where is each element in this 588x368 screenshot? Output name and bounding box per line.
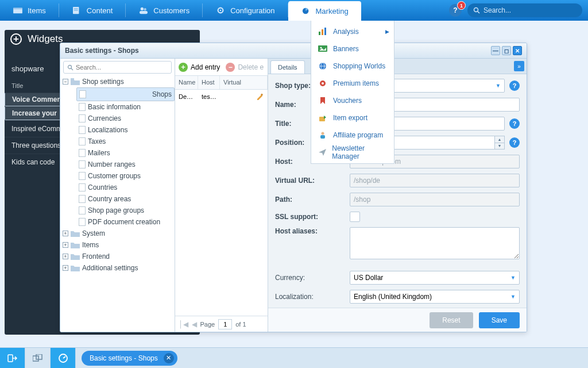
tree-search[interactable] bbox=[63, 61, 172, 74]
notification-badge: 1 bbox=[457, 1, 466, 10]
svg-point-24 bbox=[322, 132, 324, 135]
tree-localizations[interactable]: Localizations bbox=[76, 124, 175, 136]
tree-customer-groups[interactable]: Customer groups bbox=[76, 170, 175, 182]
search-icon bbox=[67, 64, 74, 71]
page-input[interactable] bbox=[218, 319, 232, 329]
menu-banners[interactable]: Banners bbox=[311, 40, 394, 57]
svg-point-17 bbox=[320, 47, 322, 49]
search-icon bbox=[473, 7, 480, 14]
nav-items[interactable]: Items bbox=[0, 0, 59, 21]
svg-rect-13 bbox=[319, 32, 320, 35]
person-icon bbox=[318, 131, 327, 139]
tree-items[interactable]: +Items bbox=[60, 239, 175, 251]
delete-entry-button[interactable]: −Delete e bbox=[226, 63, 264, 72]
nav-customers[interactable]: Customers bbox=[126, 0, 202, 21]
expand-icon[interactable]: + bbox=[63, 231, 68, 236]
taskbar-logout-button[interactable] bbox=[0, 348, 25, 369]
svg-point-6 bbox=[144, 8, 146, 10]
tree-number-ranges[interactable]: Number ranges bbox=[76, 159, 175, 170]
tree-currencies[interactable]: Currencies bbox=[76, 113, 175, 124]
help-icon[interactable]: ? bbox=[509, 118, 520, 129]
doc-icon bbox=[79, 137, 86, 145]
taskbar-task[interactable]: Basic settings - Shops ✕ bbox=[82, 351, 177, 366]
help-icon[interactable]: ? bbox=[509, 137, 520, 148]
help-button[interactable]: ? 1 bbox=[449, 4, 462, 17]
expand-icon[interactable]: + bbox=[63, 265, 68, 271]
path-input[interactable] bbox=[350, 193, 520, 206]
menu-premium-items[interactable]: Premium items bbox=[311, 75, 394, 92]
collapse-tabs-button[interactable]: » bbox=[514, 61, 524, 71]
menu-affiliate[interactable]: Affiliate program bbox=[311, 126, 394, 144]
svg-rect-14 bbox=[322, 29, 323, 35]
nav-content[interactable]: Content bbox=[59, 0, 126, 21]
spin-down-icon[interactable]: ▼ bbox=[495, 143, 504, 150]
tree-basic-information[interactable]: Basic information bbox=[76, 101, 175, 113]
svg-rect-28 bbox=[71, 78, 74, 80]
nav-marketing[interactable]: Marketing bbox=[288, 1, 361, 21]
doc-icon bbox=[79, 195, 86, 203]
grid-row[interactable]: De… tes… bbox=[175, 90, 268, 103]
label-aliases: Host aliases: bbox=[275, 227, 350, 235]
task-close-icon[interactable]: ✕ bbox=[164, 353, 174, 363]
tree-taxes[interactable]: Taxes bbox=[76, 136, 175, 147]
label-ssl: SSL support: bbox=[275, 213, 350, 221]
tree-system[interactable]: +System bbox=[60, 228, 175, 239]
close-button[interactable]: ✕ bbox=[513, 46, 522, 55]
spin-up-icon[interactable]: ▲ bbox=[495, 136, 504, 143]
svg-point-26 bbox=[68, 65, 72, 68]
collapse-icon[interactable]: − bbox=[63, 79, 68, 85]
plus-icon: + bbox=[179, 63, 188, 72]
tab-details[interactable]: Details bbox=[270, 60, 305, 74]
virtual-url-input[interactable] bbox=[350, 174, 520, 187]
menu-item-export[interactable]: Item export bbox=[311, 109, 394, 126]
save-button[interactable]: Save bbox=[479, 312, 520, 328]
aliases-textarea[interactable] bbox=[350, 227, 520, 259]
add-widget-icon[interactable]: + bbox=[10, 33, 22, 45]
menu-vouchers[interactable]: Vouchers bbox=[311, 92, 394, 109]
menu-analysis[interactable]: Analysis▶ bbox=[311, 23, 394, 40]
tree-countries[interactable]: Countries bbox=[76, 182, 175, 193]
expand-icon[interactable]: + bbox=[63, 254, 68, 259]
add-entry-button[interactable]: +Add entry bbox=[179, 63, 220, 72]
taskbar-dashboard-button[interactable] bbox=[51, 348, 76, 369]
maximize-button[interactable]: ◻ bbox=[502, 46, 511, 55]
minimize-button[interactable]: — bbox=[491, 46, 500, 55]
folder-icon bbox=[71, 78, 80, 85]
global-search-input[interactable] bbox=[483, 6, 577, 14]
col-host[interactable]: Host bbox=[198, 76, 220, 89]
currency-select[interactable]: US Dollar▼ bbox=[350, 271, 520, 285]
localization-select[interactable]: English (United Kingdom)▼ bbox=[350, 290, 520, 304]
tree-additional[interactable]: +Additional settings bbox=[60, 262, 175, 274]
tree-pdf-document[interactable]: PDF document creation bbox=[76, 216, 175, 228]
edit-icon[interactable] bbox=[256, 93, 264, 101]
expand-icon[interactable]: + bbox=[63, 242, 68, 248]
nav-configuration[interactable]: Configuration bbox=[203, 0, 287, 21]
tree-shop-page-groups[interactable]: Shop page groups bbox=[76, 205, 175, 216]
global-search[interactable] bbox=[467, 3, 582, 17]
tree-country-areas[interactable]: Country areas bbox=[76, 193, 175, 205]
nav-label: Content bbox=[87, 6, 113, 15]
submenu-arrow-icon: ▶ bbox=[385, 29, 389, 34]
folder-icon bbox=[71, 230, 80, 237]
tree-shops[interactable]: Shops bbox=[76, 87, 175, 101]
col-name[interactable]: Name bbox=[175, 76, 198, 89]
prev-page-button[interactable]: ◀ bbox=[192, 320, 197, 328]
tree-frontend[interactable]: +Frontend bbox=[60, 251, 175, 262]
col-virtual[interactable]: Virtual bbox=[220, 76, 268, 89]
tree-mailers[interactable]: Mailers bbox=[76, 147, 175, 159]
cell-name: De… bbox=[179, 93, 202, 100]
first-page-button[interactable]: │◀ bbox=[179, 320, 188, 328]
menu-shopping-worlds[interactable]: Shopping Worlds bbox=[311, 57, 394, 75]
tree-search-input[interactable] bbox=[76, 64, 168, 71]
tree-shop-settings[interactable]: −Shop settings bbox=[60, 76, 175, 87]
ssl-checkbox[interactable] bbox=[350, 212, 360, 222]
menu-newsletter[interactable]: Newsletter Manager bbox=[311, 144, 394, 161]
logout-icon bbox=[7, 354, 18, 363]
taskbar-windows-button[interactable] bbox=[25, 348, 51, 369]
send-icon bbox=[318, 148, 326, 156]
window-titlebar[interactable]: Basic settings - Shops — ◻ ✕ bbox=[60, 43, 527, 59]
banners-icon bbox=[318, 45, 327, 53]
doc-icon bbox=[79, 206, 86, 214]
reset-button[interactable]: Reset bbox=[430, 312, 473, 328]
help-icon[interactable]: ? bbox=[509, 80, 520, 91]
